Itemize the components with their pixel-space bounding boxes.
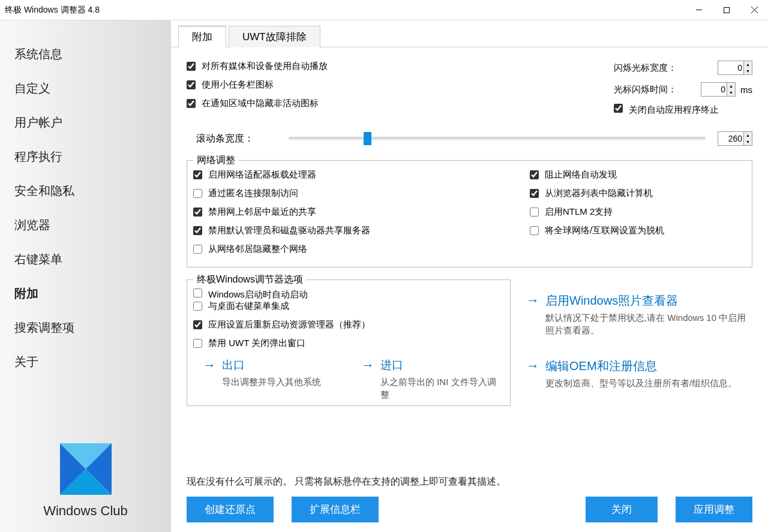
tab-troubleshoot[interactable]: UWT故障排除 bbox=[229, 26, 320, 47]
nav-context-menu[interactable]: 右键菜单 bbox=[0, 242, 171, 276]
nav-user-accounts[interactable]: 用户帐户 bbox=[0, 106, 171, 140]
scrollbar-width-label: 滚动条宽度： bbox=[187, 133, 289, 145]
import-link[interactable]: → 进口 从之前导出的 INI 文件导入调整 bbox=[361, 357, 504, 401]
arrow-right-icon: → bbox=[203, 359, 216, 372]
general-checks: 对所有媒体和设备使用自动播放 使用小任务栏图标 在通知区域中隐藏非活动图标 bbox=[187, 61, 328, 123]
right-action-links: → 启用Windows照片查看器 默认情况下处于禁用状态,请在 Windows … bbox=[526, 279, 752, 412]
check-net-offline[interactable]: 将全球网络/互联网设置为脱机 bbox=[530, 225, 746, 236]
content-area: 对所有媒体和设备使用自动播放 使用小任务栏图标 在通知区域中隐藏非活动图标 闪烁… bbox=[171, 47, 768, 532]
check-net-onboard[interactable]: 启用网络适配器板载处理器 bbox=[193, 169, 530, 181]
check-net-hide-browser[interactable]: 从浏览器列表中隐藏计算机 bbox=[530, 188, 746, 199]
windows-club-logo-icon bbox=[60, 443, 112, 495]
minimize-button[interactable] bbox=[685, 0, 713, 20]
nav-performance[interactable]: 程序执行 bbox=[0, 140, 171, 174]
brand-text: Windows Club bbox=[0, 503, 171, 519]
nav-search[interactable]: 搜索调整项 bbox=[0, 311, 171, 345]
check-net-admin-share[interactable]: 禁用默认管理员和磁盘驱动器共享服务器 bbox=[193, 225, 530, 236]
cursor-blink-input[interactable] bbox=[701, 82, 727, 97]
arrow-right-icon: → bbox=[526, 359, 539, 372]
cursor-width-label: 闪烁光标宽度： bbox=[614, 62, 701, 74]
nav-customize[interactable]: 自定义 bbox=[0, 71, 171, 106]
create-restore-button[interactable]: 创建还原点 bbox=[187, 497, 274, 522]
arrow-right-icon: → bbox=[361, 359, 374, 372]
check-uwt-restart-explorer[interactable]: 应用设置后重新启动资源管理器（推荐） bbox=[193, 319, 504, 330]
check-small-taskbar[interactable]: 使用小任务栏图标 bbox=[187, 79, 328, 91]
cursor-width-spinner[interactable]: ▲▼ bbox=[744, 61, 752, 75]
check-uwt-disable-popup[interactable]: 禁用 UWT 关闭弹出窗口 bbox=[193, 338, 504, 349]
footer: 现在没有什么可展示的。 只需将鼠标悬停在支持的调整上即可查看其描述。 创建还原点… bbox=[187, 470, 752, 532]
cursor-width-input[interactable] bbox=[718, 61, 744, 75]
arrow-right-icon: → bbox=[526, 294, 539, 307]
close-button[interactable] bbox=[740, 0, 768, 20]
svg-rect-0 bbox=[696, 10, 702, 10]
check-net-hide-all[interactable]: 从网络邻居隐藏整个网络 bbox=[193, 244, 530, 255]
tab-bar: 附加 UWT故障排除 bbox=[171, 20, 768, 47]
check-auto-terminate[interactable]: 关闭自动应用程序终止 bbox=[614, 104, 719, 116]
nav-about[interactable]: 关于 bbox=[0, 345, 171, 379]
cursor-blink-unit: ms bbox=[740, 85, 752, 95]
check-hide-inactive-icons[interactable]: 在通知区域中隐藏非活动图标 bbox=[187, 98, 328, 109]
title-bar: 终极 Windows 调整器 4.8 bbox=[0, 0, 768, 20]
cursor-controls: 闪烁光标宽度： ▲▼ 光标闪烁时间： ▲▼ ms 关闭自动应用程序终止 bbox=[614, 61, 752, 123]
window-title: 终极 Windows 调整器 4.8 bbox=[5, 5, 100, 16]
maximize-button[interactable] bbox=[713, 0, 740, 20]
check-uwt-autostart[interactable]: Windows启动时自动启动 bbox=[193, 289, 308, 299]
check-net-recent-share[interactable]: 禁用网上邻居中最近的共享 bbox=[193, 206, 530, 218]
cursor-blink-spinner[interactable]: ▲▼ bbox=[727, 82, 736, 97]
scrollbar-width-row: 滚动条宽度： ▲▼ bbox=[187, 131, 752, 146]
network-legend: 网络调整 bbox=[193, 154, 239, 167]
scrollbar-width-input[interactable] bbox=[718, 131, 744, 146]
check-uwt-context[interactable]: 与桌面右键菜单集成 bbox=[193, 300, 504, 312]
uwt-options-group: 终极Windows调节器选项 Windows启动时自动启动 与桌面右键菜单集成 … bbox=[187, 279, 511, 406]
slider-thumb[interactable] bbox=[364, 132, 371, 145]
window-controls bbox=[685, 0, 768, 20]
svg-rect-1 bbox=[724, 7, 730, 13]
cursor-blink-label: 光标闪烁时间： bbox=[614, 84, 701, 95]
nav-system-info[interactable]: 系统信息 bbox=[0, 37, 171, 71]
network-tweaks-group: 网络调整 启用网络适配器板载处理器 通过匿名连接限制访问 禁用网上邻居中最近的共… bbox=[187, 160, 752, 267]
scrollbar-width-slider[interactable] bbox=[289, 137, 706, 140]
check-autoplay[interactable]: 对所有媒体和设备使用自动播放 bbox=[187, 61, 328, 72]
tab-addons[interactable]: 附加 bbox=[178, 26, 226, 47]
nav-addons[interactable]: 附加 bbox=[0, 276, 171, 311]
nav-security[interactable]: 安全和隐私 bbox=[0, 174, 171, 208]
check-net-anon[interactable]: 通过匿名连接限制访问 bbox=[193, 188, 530, 199]
apply-tweaks-button[interactable]: 应用调整 bbox=[676, 497, 752, 522]
close-app-button[interactable]: 关闭 bbox=[586, 497, 658, 522]
check-net-block-discovery[interactable]: 阻止网络自动发现 bbox=[530, 169, 746, 181]
expand-infobar-button[interactable]: 扩展信息栏 bbox=[292, 497, 379, 522]
scrollbar-width-spinner[interactable]: ▲▼ bbox=[744, 131, 752, 146]
nav-browser[interactable]: 浏览器 bbox=[0, 208, 171, 242]
photo-viewer-link[interactable]: → 启用Windows照片查看器 默认情况下处于禁用状态,请在 Windows … bbox=[526, 293, 752, 336]
logo-area: Windows Club bbox=[0, 443, 171, 532]
uwt-legend: 终极Windows调节器选项 bbox=[193, 273, 307, 286]
hint-text: 现在没有什么可展示的。 只需将鼠标悬停在支持的调整上即可查看其描述。 bbox=[187, 476, 752, 488]
oem-info-link[interactable]: → 编辑OEM和注册信息 更改制造商、型号等以及注册所有者/组织信息。 bbox=[526, 358, 752, 389]
main-panel: 附加 UWT故障排除 对所有媒体和设备使用自动播放 使用小任务栏图标 在通知区域… bbox=[171, 20, 768, 532]
export-link[interactable]: → 出口 导出调整并导入其他系统 bbox=[203, 357, 346, 401]
check-net-ntlm2[interactable]: 启用NTLM 2支持 bbox=[530, 206, 746, 218]
sidebar: 系统信息 自定义 用户帐户 程序执行 安全和隐私 浏览器 右键菜单 附加 搜索调… bbox=[0, 20, 171, 532]
